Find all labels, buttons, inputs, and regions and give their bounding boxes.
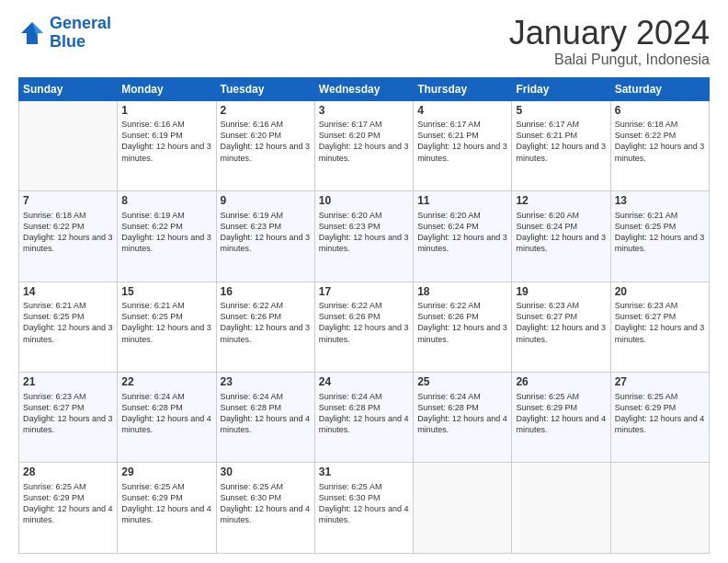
day-info: Sunrise: 6:25 AMSunset: 6:30 PMDaylight:…: [319, 481, 409, 526]
calendar-cell: 16Sunrise: 6:22 AMSunset: 6:26 PMDayligh…: [216, 282, 314, 372]
calendar-cell: 21Sunrise: 6:23 AMSunset: 6:27 PMDayligh…: [19, 373, 118, 463]
day-info: Sunrise: 6:22 AMSunset: 6:26 PMDaylight:…: [417, 300, 507, 345]
day-number: 24: [319, 375, 409, 390]
day-info: Sunrise: 6:21 AMSunset: 6:25 PMDaylight:…: [121, 300, 211, 345]
day-info: Sunrise: 6:24 AMSunset: 6:28 PMDaylight:…: [221, 391, 311, 436]
day-number: 22: [121, 375, 211, 390]
calendar-cell: [19, 100, 118, 190]
calendar-cell: 11Sunrise: 6:20 AMSunset: 6:24 PMDayligh…: [414, 191, 512, 282]
calendar-cell: [512, 463, 610, 554]
calendar-cell: 12Sunrise: 6:20 AMSunset: 6:24 PMDayligh…: [512, 191, 610, 282]
day-info: Sunrise: 6:21 AMSunset: 6:25 PMDaylight:…: [615, 210, 705, 255]
calendar-cell: 28Sunrise: 6:25 AMSunset: 6:29 PMDayligh…: [19, 463, 118, 554]
day-info: Sunrise: 6:24 AMSunset: 6:28 PMDaylight:…: [121, 391, 211, 436]
calendar-cell: 20Sunrise: 6:23 AMSunset: 6:27 PMDayligh…: [610, 282, 709, 372]
day-number: 18: [417, 285, 507, 300]
title-block: January 2024 Balai Pungut, Indonesia: [509, 15, 710, 68]
calendar-cell: 31Sunrise: 6:25 AMSunset: 6:30 PMDayligh…: [314, 463, 413, 554]
day-number: 13: [615, 194, 705, 209]
day-number: 19: [516, 285, 606, 300]
day-number: 25: [417, 375, 507, 390]
calendar-cell: 27Sunrise: 6:25 AMSunset: 6:29 PMDayligh…: [610, 373, 709, 463]
day-info: Sunrise: 6:22 AMSunset: 6:26 PMDaylight:…: [221, 300, 311, 345]
logo-line1: General: [50, 14, 111, 32]
day-number: 3: [319, 104, 409, 119]
logo: General Blue: [18, 15, 111, 52]
calendar-header-wednesday: Wednesday: [314, 77, 413, 100]
day-info: Sunrise: 6:19 AMSunset: 6:23 PMDaylight:…: [221, 210, 311, 255]
calendar-cell: 5Sunrise: 6:17 AMSunset: 6:21 PMDaylight…: [512, 100, 610, 190]
day-info: Sunrise: 6:21 AMSunset: 6:25 PMDaylight:…: [23, 300, 113, 345]
day-info: Sunrise: 6:17 AMSunset: 6:20 PMDaylight:…: [319, 119, 409, 164]
calendar-header-tuesday: Tuesday: [216, 77, 314, 100]
day-number: 8: [121, 194, 211, 209]
page: General Blue January 2024 Balai Pungut, …: [0, 0, 728, 563]
day-number: 7: [23, 194, 113, 209]
day-info: Sunrise: 6:23 AMSunset: 6:27 PMDaylight:…: [516, 300, 606, 345]
calendar-header-monday: Monday: [118, 77, 216, 100]
logo-line2: Blue: [50, 32, 85, 51]
main-title: January 2024: [509, 15, 710, 52]
logo-icon: [18, 19, 46, 47]
day-info: Sunrise: 6:23 AMSunset: 6:27 PMDaylight:…: [615, 300, 705, 345]
calendar-cell: 8Sunrise: 6:19 AMSunset: 6:22 PMDaylight…: [118, 191, 216, 282]
day-number: 9: [221, 194, 311, 209]
calendar-cell: 26Sunrise: 6:25 AMSunset: 6:29 PMDayligh…: [512, 373, 610, 463]
calendar-week-3: 14Sunrise: 6:21 AMSunset: 6:25 PMDayligh…: [19, 282, 710, 372]
day-info: Sunrise: 6:16 AMSunset: 6:20 PMDaylight:…: [221, 119, 311, 164]
calendar-cell: 9Sunrise: 6:19 AMSunset: 6:23 PMDaylight…: [216, 191, 314, 282]
subtitle: Balai Pungut, Indonesia: [509, 52, 710, 68]
day-info: Sunrise: 6:25 AMSunset: 6:30 PMDaylight:…: [221, 481, 311, 526]
day-info: Sunrise: 6:22 AMSunset: 6:26 PMDaylight:…: [319, 300, 409, 345]
calendar-week-2: 7Sunrise: 6:18 AMSunset: 6:22 PMDaylight…: [19, 191, 710, 282]
calendar-header-friday: Friday: [512, 77, 610, 100]
day-number: 10: [319, 194, 409, 209]
calendar-cell: 3Sunrise: 6:17 AMSunset: 6:20 PMDaylight…: [314, 100, 413, 190]
day-number: 6: [615, 104, 705, 119]
day-info: Sunrise: 6:18 AMSunset: 6:22 PMDaylight:…: [615, 119, 705, 164]
calendar-table: SundayMondayTuesdayWednesdayThursdayFrid…: [18, 77, 710, 554]
day-info: Sunrise: 6:25 AMSunset: 6:29 PMDaylight:…: [615, 391, 705, 436]
calendar-cell: [414, 463, 512, 554]
calendar-cell: 30Sunrise: 6:25 AMSunset: 6:30 PMDayligh…: [216, 463, 314, 554]
day-info: Sunrise: 6:20 AMSunset: 6:23 PMDaylight:…: [319, 210, 409, 255]
calendar-cell: 14Sunrise: 6:21 AMSunset: 6:25 PMDayligh…: [19, 282, 118, 372]
calendar-cell: 23Sunrise: 6:24 AMSunset: 6:28 PMDayligh…: [216, 373, 314, 463]
day-info: Sunrise: 6:18 AMSunset: 6:22 PMDaylight:…: [23, 210, 113, 255]
calendar-cell: 22Sunrise: 6:24 AMSunset: 6:28 PMDayligh…: [118, 373, 216, 463]
calendar-cell: 18Sunrise: 6:22 AMSunset: 6:26 PMDayligh…: [414, 282, 512, 372]
day-number: 29: [121, 465, 211, 480]
day-number: 17: [319, 285, 409, 300]
calendar-week-4: 21Sunrise: 6:23 AMSunset: 6:27 PMDayligh…: [19, 373, 710, 463]
day-info: Sunrise: 6:25 AMSunset: 6:29 PMDaylight:…: [121, 481, 211, 526]
day-info: Sunrise: 6:24 AMSunset: 6:28 PMDaylight:…: [319, 391, 409, 436]
day-number: 27: [615, 375, 705, 390]
logo-text: General Blue: [50, 15, 111, 52]
calendar-week-1: 1Sunrise: 6:16 AMSunset: 6:19 PMDaylight…: [19, 100, 710, 190]
calendar-cell: 29Sunrise: 6:25 AMSunset: 6:29 PMDayligh…: [118, 463, 216, 554]
calendar-cell: 6Sunrise: 6:18 AMSunset: 6:22 PMDaylight…: [610, 100, 709, 190]
day-number: 20: [615, 285, 705, 300]
day-number: 11: [417, 194, 507, 209]
calendar-header-thursday: Thursday: [414, 77, 512, 100]
day-info: Sunrise: 6:16 AMSunset: 6:19 PMDaylight:…: [121, 119, 211, 164]
day-number: 16: [221, 285, 311, 300]
calendar-cell: 25Sunrise: 6:24 AMSunset: 6:28 PMDayligh…: [414, 373, 512, 463]
day-number: 14: [23, 285, 113, 300]
calendar-cell: 7Sunrise: 6:18 AMSunset: 6:22 PMDaylight…: [19, 191, 118, 282]
day-info: Sunrise: 6:17 AMSunset: 6:21 PMDaylight:…: [417, 119, 507, 164]
header: General Blue January 2024 Balai Pungut, …: [18, 15, 710, 68]
calendar-cell: 10Sunrise: 6:20 AMSunset: 6:23 PMDayligh…: [314, 191, 413, 282]
day-info: Sunrise: 6:19 AMSunset: 6:22 PMDaylight:…: [121, 210, 211, 255]
calendar-header-saturday: Saturday: [610, 77, 709, 100]
day-info: Sunrise: 6:20 AMSunset: 6:24 PMDaylight:…: [417, 210, 507, 255]
calendar-cell: 15Sunrise: 6:21 AMSunset: 6:25 PMDayligh…: [118, 282, 216, 372]
calendar-cell: 19Sunrise: 6:23 AMSunset: 6:27 PMDayligh…: [512, 282, 610, 372]
calendar-cell: 13Sunrise: 6:21 AMSunset: 6:25 PMDayligh…: [610, 191, 709, 282]
calendar-cell: [610, 463, 709, 554]
day-number: 30: [221, 465, 311, 480]
calendar-cell: 4Sunrise: 6:17 AMSunset: 6:21 PMDaylight…: [414, 100, 512, 190]
day-number: 31: [319, 465, 409, 480]
calendar-header-row: SundayMondayTuesdayWednesdayThursdayFrid…: [19, 77, 710, 100]
day-number: 1: [121, 104, 211, 119]
